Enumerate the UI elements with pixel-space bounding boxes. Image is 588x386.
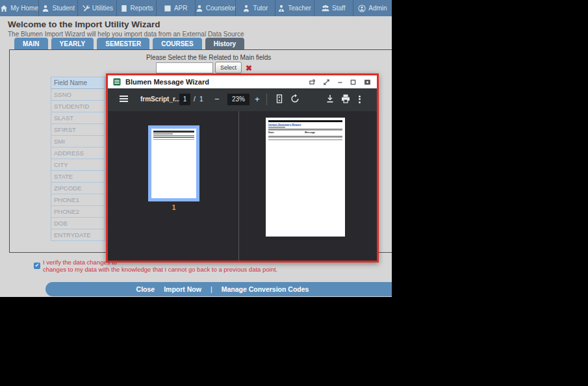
nav-student[interactable]: Student bbox=[38, 0, 77, 16]
field-row-state[interactable]: STATE bbox=[51, 171, 105, 183]
nav-counselor[interactable]: Counselor bbox=[195, 0, 236, 16]
nav-utilities[interactable]: Utilities bbox=[77, 0, 116, 16]
download-icon[interactable] bbox=[325, 94, 335, 107]
home-icon bbox=[0, 5, 8, 12]
thumbnail-content-line bbox=[153, 131, 194, 133]
nav-label: Admin bbox=[368, 5, 387, 12]
utilities-icon bbox=[82, 5, 90, 12]
doc-divider-bar bbox=[268, 136, 342, 138]
maximize-icon[interactable] bbox=[346, 75, 359, 88]
nav-teacher[interactable]: Teacher bbox=[275, 0, 314, 16]
nav-my-home[interactable]: My Home bbox=[0, 0, 38, 16]
select-file-button[interactable]: Select bbox=[215, 62, 242, 73]
verify-checkbox[interactable]: ✔ bbox=[34, 263, 40, 269]
nav-label: Reports bbox=[131, 5, 153, 12]
thumbnail-content-line bbox=[153, 137, 194, 138]
pdf-page-pane[interactable]: Import Summary Report Date: Message bbox=[239, 111, 377, 261]
page-thumbnail-selected[interactable] bbox=[148, 125, 199, 201]
pdf-filename: frmScript_r... bbox=[140, 96, 181, 103]
file-select-prompt: Please Select the file Related to Main f… bbox=[146, 54, 271, 61]
rotate-icon[interactable] bbox=[290, 94, 300, 107]
nav-label: Utilities bbox=[92, 5, 113, 12]
nav-label: Staff bbox=[332, 5, 345, 12]
tab-history[interactable]: History bbox=[205, 38, 244, 49]
field-row-slast[interactable]: SLAST bbox=[51, 112, 105, 124]
nav-apr[interactable]: APR bbox=[156, 0, 195, 16]
top-nav: My Home Student Utilities Reports APR Co… bbox=[0, 0, 392, 16]
blumen-message-wizard-dialog: Blumen Message Wizard bbox=[106, 73, 379, 263]
footer-action-bar: Close Import Now | Manage Conversion Cod… bbox=[45, 282, 392, 296]
field-row-sfirst[interactable]: SFIRST bbox=[51, 124, 105, 136]
nav-reports[interactable]: Reports bbox=[116, 0, 155, 16]
fit-to-page-icon[interactable] bbox=[274, 94, 285, 107]
doc-divider-bar bbox=[268, 129, 342, 131]
doc-date-label: Date: bbox=[268, 131, 275, 134]
pdf-page: Import Summary Report Date: Message bbox=[266, 118, 345, 237]
app-window: My Home Student Utilities Reports APR Co… bbox=[0, 0, 392, 297]
page-number-input[interactable]: 1 bbox=[179, 94, 190, 105]
nav-tutor[interactable]: Tutor bbox=[235, 0, 274, 16]
dialog-titlebar: Blumen Message Wizard bbox=[108, 75, 377, 88]
thumbnail-content-line bbox=[153, 135, 194, 136]
field-row-ssno[interactable]: SSNO bbox=[51, 89, 105, 101]
thumbnail-content-line bbox=[153, 139, 194, 140]
zoom-level-input[interactable]: 23% bbox=[227, 94, 249, 105]
apr-icon bbox=[164, 5, 172, 12]
nav-label: APR bbox=[174, 5, 188, 12]
import-now-button[interactable]: Import Now bbox=[164, 285, 201, 293]
doc-subtext-line bbox=[268, 127, 285, 128]
student-icon bbox=[42, 5, 49, 12]
field-row-address[interactable]: ADDRESS bbox=[51, 148, 105, 159]
page-subtitle: The Blumen Import Wizard will help you i… bbox=[8, 31, 244, 38]
nav-staff[interactable]: Staff bbox=[314, 0, 353, 16]
close-button[interactable]: Close bbox=[136, 285, 155, 293]
file-path-input[interactable] bbox=[156, 62, 213, 73]
tab-main[interactable]: MAIN bbox=[14, 38, 48, 49]
nav-label: Tutor bbox=[253, 5, 268, 12]
field-row-studentid[interactable]: STUDENTID bbox=[51, 101, 105, 112]
pdf-toolbar: frmScript_r... 1 / 1 − 23% + bbox=[108, 88, 377, 111]
page-separator: / bbox=[194, 96, 196, 103]
teacher-icon bbox=[277, 5, 285, 12]
field-row-city[interactable]: CITY bbox=[51, 159, 105, 171]
dialog-title: Blumen Message Wizard bbox=[125, 78, 209, 86]
field-row-entrydate[interactable]: ENTRYDATE bbox=[51, 229, 105, 241]
hamburger-menu-icon[interactable] bbox=[120, 94, 128, 103]
reports-icon bbox=[120, 5, 128, 12]
nav-label: Student bbox=[52, 5, 74, 12]
red-x-icon[interactable]: ✖ bbox=[246, 64, 252, 73]
doc-header-bar bbox=[268, 120, 342, 122]
doc-divider-bar bbox=[268, 139, 342, 140]
tab-yearly[interactable]: YEARLY bbox=[51, 38, 94, 49]
counselor-icon bbox=[196, 5, 203, 12]
field-row-zipcode[interactable]: ZIPCODE bbox=[51, 183, 105, 194]
nav-label: My Home bbox=[10, 5, 38, 12]
nav-label: Teacher bbox=[288, 5, 311, 12]
screen: My Home Student Utilities Reports APR Co… bbox=[0, 0, 588, 386]
field-row-phone2[interactable]: PHONE2 bbox=[51, 206, 105, 218]
admin-icon bbox=[358, 5, 366, 12]
thumbnail-content-line bbox=[153, 133, 173, 135]
minimize-icon[interactable] bbox=[333, 75, 346, 88]
tab-courses[interactable]: COURSES bbox=[153, 38, 201, 49]
field-row-dob[interactable]: DOB bbox=[51, 218, 105, 229]
page-title: Welcome to the Import Utility Wizard bbox=[8, 19, 160, 29]
field-row-smi[interactable]: SMI bbox=[51, 136, 105, 148]
footer-divider: | bbox=[211, 285, 212, 293]
tab-semester[interactable]: SEMESTER bbox=[97, 38, 149, 49]
zoom-out-button[interactable]: − bbox=[214, 94, 220, 104]
staff-icon bbox=[322, 5, 329, 12]
toolbar-divider bbox=[266, 94, 267, 105]
kebab-menu-icon[interactable] bbox=[359, 94, 361, 104]
field-row-phone1[interactable]: PHONE1 bbox=[51, 194, 105, 206]
zoom-in-button[interactable]: + bbox=[255, 94, 260, 104]
capture-icon[interactable] bbox=[361, 75, 374, 88]
print-icon[interactable] bbox=[340, 94, 351, 107]
popout-icon[interactable] bbox=[305, 75, 318, 88]
nav-admin[interactable]: Admin bbox=[353, 0, 392, 16]
pdf-viewer-body: 1 Import Summary Report Date: Message bbox=[108, 111, 377, 261]
field-table-header: Field Name bbox=[51, 77, 105, 89]
manage-conversion-codes-button[interactable]: Manage Conversion Codes bbox=[222, 285, 309, 293]
resize-icon[interactable] bbox=[320, 75, 333, 88]
thumbnail-page-number: 1 bbox=[148, 204, 199, 211]
